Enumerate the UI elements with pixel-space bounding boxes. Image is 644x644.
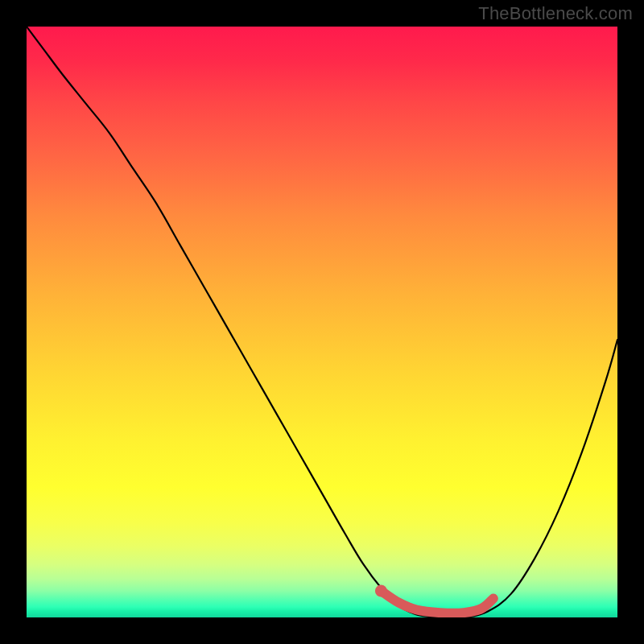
plot-area (27, 27, 617, 617)
watermark-label: TheBottleneck.com (478, 3, 633, 24)
bottleneck-curve (27, 27, 617, 617)
chart-frame: TheBottleneck.com (0, 0, 644, 644)
highlight-segment (381, 591, 493, 613)
highlight-dot (375, 584, 387, 597)
chart-svg (27, 27, 617, 617)
